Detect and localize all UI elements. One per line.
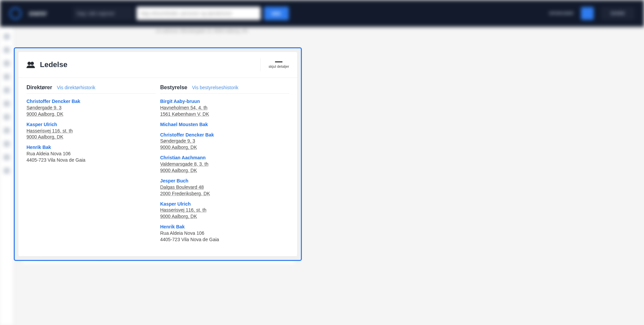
search-group: Søg i alle regioner Søg virksomheder, pe… bbox=[73, 7, 289, 20]
directors-heading: Direktører bbox=[26, 85, 52, 91]
directors-history-link[interactable]: Vis direktørhistorik bbox=[57, 85, 95, 90]
person-name-link[interactable]: Kasper Ulrich bbox=[160, 201, 191, 207]
rail-icon[interactable] bbox=[4, 168, 10, 174]
people-icon bbox=[26, 61, 35, 68]
address-line-link[interactable]: 9000 Aalborg, DK bbox=[160, 168, 197, 173]
region-selector[interactable]: Søg i alle regioner bbox=[73, 7, 133, 20]
brand-name: ownr bbox=[29, 9, 47, 18]
rail-icon[interactable] bbox=[4, 60, 10, 66]
rail-icon[interactable] bbox=[4, 127, 10, 133]
address-line-link[interactable]: 9000 Aalborg, DK bbox=[26, 111, 63, 117]
ledelse-card-header: Ledelse skjul detaljer bbox=[18, 52, 297, 78]
person-name-link[interactable]: Christian Aachmann bbox=[160, 155, 206, 160]
address-line-link[interactable]: 9000 Aalborg, DK bbox=[160, 214, 197, 219]
svg-point-1 bbox=[31, 62, 34, 65]
person-name-link[interactable]: Kasper Ulrich bbox=[26, 122, 57, 127]
rail-icon[interactable] bbox=[4, 74, 10, 80]
search-input[interactable]: Søg virksomheder, personer og ejendomme bbox=[137, 7, 261, 20]
address-line-link[interactable]: 9000 Aalborg, DK bbox=[26, 134, 63, 140]
address-line-link[interactable]: Dalgas Boulevard 48 bbox=[160, 184, 204, 190]
rail-icon[interactable] bbox=[4, 141, 10, 147]
person-name-link[interactable]: Birgit Aaby-bruun bbox=[160, 99, 200, 104]
board-member-entry: Birgit Aaby-bruunHavneholmen 54, 4. th15… bbox=[160, 98, 289, 117]
search-button[interactable]: SØG bbox=[264, 7, 289, 20]
directors-column: Direktører Vis direktørhistorik Christof… bbox=[26, 85, 156, 247]
rail-icon[interactable] bbox=[4, 34, 10, 40]
address-line: 4405-723 Vila Nova de Gaia bbox=[26, 157, 156, 163]
board-member-entry: Kasper UlrichHasserisvej 116, st. th9000… bbox=[160, 201, 289, 220]
previous-card-snippet: c/o adresse: Blendergade 15, 9000 Aalbor… bbox=[21, 28, 295, 36]
address-line: 4405-723 Vila Nova de Gaia bbox=[160, 236, 289, 243]
director-entry: Henrik BakRua Aldeia Nova 1064405-723 Vi… bbox=[26, 144, 156, 163]
director-entry: Christoffer Dencker BakSøndergade 9, 390… bbox=[26, 98, 156, 117]
ledelse-highlight-frame: Ledelse skjul detaljer Direktører Vis di… bbox=[14, 47, 302, 261]
person-name-link[interactable]: Jesper Buch bbox=[160, 178, 189, 183]
ledelse-card-title: Ledelse bbox=[40, 60, 67, 69]
rail-icon[interactable] bbox=[4, 154, 10, 160]
svg-point-0 bbox=[28, 62, 31, 65]
address-line-link[interactable]: Hasserisvej 116, st. th bbox=[26, 128, 73, 133]
minus-icon bbox=[275, 61, 282, 62]
person-name-link[interactable]: Christoffer Dencker Bak bbox=[26, 99, 80, 104]
left-nav-rail bbox=[0, 27, 13, 325]
person-name-link[interactable]: Michael Mousten Bak bbox=[160, 122, 208, 127]
toggle-details-label: skjul detaljer bbox=[269, 64, 289, 68]
board-member-entry: Henrik BakRua Aldeia Nova 1064405-723 Vi… bbox=[160, 224, 289, 243]
person-name-link[interactable]: Christoffer Dencker Bak bbox=[160, 132, 214, 138]
user-avatar-icon[interactable] bbox=[581, 7, 594, 20]
directors-list: Christoffer Dencker BakSøndergade 9, 390… bbox=[26, 98, 156, 163]
address-line: Rua Aldeia Nova 106 bbox=[160, 230, 289, 236]
rail-icon[interactable] bbox=[4, 101, 10, 107]
person-name-link[interactable]: Henrik Bak bbox=[160, 224, 185, 229]
address-line-link[interactable]: Søndergade 9, 3 bbox=[160, 138, 195, 144]
board-member-entry: Jesper BuchDalgas Boulevard 482000 Frede… bbox=[160, 178, 289, 197]
rail-icon[interactable] bbox=[4, 114, 10, 120]
board-member-entry: Michael Mousten Bak bbox=[160, 121, 289, 128]
address-line: Rua Aldeia Nova 106 bbox=[26, 151, 156, 157]
address-line-link[interactable]: Valdemarsgade 8, 3. th bbox=[160, 161, 209, 167]
director-entry: Kasper UlrichHasserisvej 116, st. th9000… bbox=[26, 121, 156, 141]
address-line-link[interactable]: 9000 Aalborg, DK bbox=[160, 145, 197, 150]
board-member-entry: Christian AachmannValdemarsgade 8, 3. th… bbox=[160, 155, 289, 174]
upgrade-link[interactable]: OPGRADER bbox=[549, 11, 574, 16]
board-history-link[interactable]: Vis bestyrelseshistorik bbox=[192, 85, 238, 90]
topbar: ownr Søg i alle regioner Søg virksomhede… bbox=[0, 0, 644, 27]
board-column: Bestyrelse Vis bestyrelseshistorik Birgi… bbox=[156, 85, 289, 247]
person-name-link[interactable]: Henrik Bak bbox=[26, 145, 51, 150]
address-line-link[interactable]: Havneholmen 54, 4. th bbox=[160, 105, 208, 110]
address-line-link[interactable]: 2000 Frederiksberg, DK bbox=[160, 191, 210, 196]
language-selector[interactable]: DANSK bbox=[601, 7, 635, 20]
board-member-entry: Christoffer Dencker BakSøndergade 9, 390… bbox=[160, 132, 289, 151]
ledelse-card: Ledelse skjul detaljer Direktører Vis di… bbox=[18, 52, 297, 256]
rail-icon[interactable] bbox=[4, 87, 10, 93]
address-line-link[interactable]: Søndergade 9, 3 bbox=[26, 105, 61, 110]
rail-icon[interactable] bbox=[4, 47, 10, 53]
board-list: Birgit Aaby-bruunHavneholmen 54, 4. th15… bbox=[160, 98, 289, 243]
address-line-link[interactable]: Hasserisvej 116, st. th bbox=[160, 207, 207, 213]
brand-logo-icon bbox=[9, 7, 21, 19]
address-line-link[interactable]: 1561 København V, DK bbox=[160, 111, 209, 117]
board-heading: Bestyrelse bbox=[160, 85, 187, 91]
toggle-details-button[interactable]: skjul detaljer bbox=[260, 58, 289, 71]
